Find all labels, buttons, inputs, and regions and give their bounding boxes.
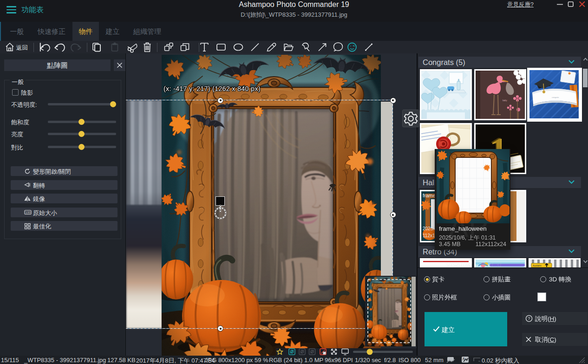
svg-text:baby: baby	[503, 99, 508, 102]
svg-text:A: A	[463, 357, 465, 360]
svg-text:?: ?	[528, 316, 530, 321]
svg-text:congrats: congrats	[552, 96, 559, 98]
svg-text:100: 100	[26, 211, 31, 214]
